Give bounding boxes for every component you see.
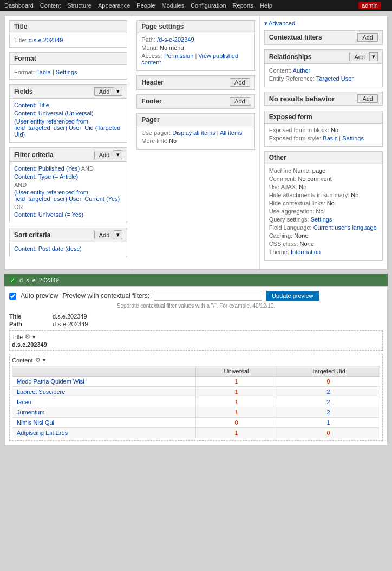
exposed-in-block-value: No <box>331 127 338 133</box>
caching-value: None <box>294 232 308 239</box>
title-arrow-icon[interactable]: ▾ <box>32 334 35 340</box>
title-section-name: Title <box>12 334 23 340</box>
nav-content[interactable]: Content <box>40 2 61 9</box>
row-name-link[interactable]: Adipiscing Elit Eros <box>17 430 68 436</box>
hide-attachments-value: No <box>351 192 358 198</box>
sort-add-dropdown[interactable]: Add ▾ <box>94 230 123 239</box>
pager-section: Pager Use pager: Display all items | All… <box>136 113 254 150</box>
nav-modules[interactable]: Modules <box>162 2 185 9</box>
query-settings-label: Query settings: <box>269 216 309 223</box>
other-label: Other <box>269 154 286 161</box>
auto-preview-checkbox[interactable] <box>9 293 16 300</box>
exposed-basic-link[interactable]: Basic <box>323 135 337 141</box>
row-targeted: 2 <box>277 387 380 397</box>
access-row: Access: Permission | View published cont… <box>141 53 250 66</box>
row-universal: 1 <box>195 387 277 397</box>
update-preview-button[interactable]: Update preview <box>266 291 318 301</box>
content-gear-icon[interactable]: ⚙ <box>35 356 41 364</box>
row-targeted: 1 <box>277 418 380 428</box>
nav-people[interactable]: People <box>136 2 155 9</box>
relationships-label: Relationships <box>269 53 312 61</box>
auto-preview-label: Auto preview <box>21 292 58 300</box>
preview-title-section: Title ⚙ ▾ d.s.e.202349 <box>9 330 383 351</box>
theme-row: Theme: Information <box>269 249 378 255</box>
filter-item-1-link[interactable]: Content: Type (= Article) <box>14 173 78 180</box>
filter-add-button[interactable]: Add <box>94 151 114 159</box>
relationships-add-dropdown[interactable]: Add ▾ <box>349 52 378 61</box>
relationships-add-arrow[interactable]: ▾ <box>369 52 378 61</box>
title-field-value[interactable]: d.s.e.202349 <box>29 37 63 43</box>
field-language-value[interactable]: Current user's language <box>313 224 377 231</box>
check-icon: ✓ <box>9 276 16 284</box>
contextual-filters-section: Contextual filters Add <box>264 30 383 45</box>
theme-value[interactable]: Information <box>291 249 321 255</box>
row-name-link[interactable]: Modo Patria Quidem Wisi <box>17 378 84 385</box>
nav-structure[interactable]: Structure <box>67 2 92 9</box>
fields-item-0-link[interactable]: Content: Title <box>14 102 49 108</box>
row-name-link[interactable]: Jumentum <box>17 409 44 416</box>
path-value[interactable]: /d-s-e-202349 <box>157 36 194 43</box>
nav-configuration[interactable]: Configuration <box>191 2 226 9</box>
exposed-form-header: Exposed form <box>265 111 382 124</box>
title-gear-icon[interactable]: ⚙ <box>25 333 30 340</box>
nav-reports[interactable]: Reports <box>233 2 254 9</box>
hide-contextual-row: Hide contextual links: No <box>269 200 378 206</box>
preview-divider: ✓ d_s_e_202349 <box>4 274 388 286</box>
row-name-link[interactable]: Iaceo <box>17 399 31 405</box>
contextual-filters-add-button[interactable]: Add <box>357 33 378 42</box>
filter-section: Filter criteria Add ▾ Content: Published… <box>9 147 127 223</box>
filter-add-dropdown[interactable]: Add ▾ <box>94 150 123 159</box>
filter-label: Filter criteria <box>14 151 54 159</box>
nav-appearance[interactable]: Appearance <box>98 2 130 9</box>
filter-content: Content: Published (Yes) AND Content: Ty… <box>10 162 127 223</box>
filter-item-0-link[interactable]: Content: Published (Yes) <box>14 165 80 172</box>
fields-add-button[interactable]: Add <box>94 87 114 96</box>
exposed-settings-link[interactable]: Settings <box>342 135 364 141</box>
fields-add-arrow[interactable]: ▾ <box>114 87 122 96</box>
nav-help[interactable]: Help <box>260 2 272 9</box>
fields-item-1-link[interactable]: Content: Universal (Universal) <box>14 110 94 116</box>
caching-row: Caching: None <box>269 232 378 239</box>
rel-entity-value[interactable]: Targeted User <box>316 75 354 82</box>
filter-add-arrow[interactable]: ▾ <box>114 150 122 159</box>
sort-add-button[interactable]: Add <box>94 231 114 239</box>
filter-and-0: AND <box>81 165 94 172</box>
format-settings-link[interactable]: Settings <box>56 69 77 75</box>
all-items-link[interactable]: All items <box>220 129 243 136</box>
use-aggregation-row: Use aggregation: No <box>269 208 378 215</box>
admin-badge: admin <box>358 2 381 9</box>
row-name: Laoreet Suscipere <box>12 387 196 397</box>
advanced-toggle[interactable]: Advanced <box>264 20 383 27</box>
no-results-add-button[interactable]: Add <box>357 94 378 103</box>
row-name-link[interactable]: Nimis Nisl Qui <box>17 419 54 426</box>
other-section: Other Machine Name: page Comment: No com… <box>264 151 383 261</box>
sort-item-0-link[interactable]: Content: Post date (desc) <box>14 245 82 252</box>
fields-section-header: Fields Add ▾ <box>10 85 127 99</box>
preview-path-label: Path <box>9 321 53 327</box>
fields-item-2-link[interactable]: (User entity referenced from field_targe… <box>14 118 120 138</box>
page-settings-label: Page settings <box>141 23 184 30</box>
rel-content-value[interactable]: Author <box>293 67 310 74</box>
contextual-filter-input[interactable] <box>154 291 262 301</box>
permission-link[interactable]: Permission <box>164 53 193 59</box>
col-header-universal: Universal <box>195 366 277 377</box>
use-ajax-row: Use AJAX: No <box>269 184 378 190</box>
display-all-link[interactable]: Display all items <box>172 129 215 136</box>
fields-item-0: Content: Title <box>14 102 122 108</box>
sort-add-arrow[interactable]: ▾ <box>114 230 122 239</box>
filter-item-3-link[interactable]: Content: Universal (= Yes) <box>14 211 83 218</box>
format-value[interactable]: Table <box>36 69 50 75</box>
other-header: Other <box>265 152 382 164</box>
nav-dashboard[interactable]: Dashboard <box>4 2 34 9</box>
header-add-button[interactable]: Add <box>230 78 250 87</box>
content-arrow-icon[interactable]: ▾ <box>43 357 45 363</box>
filter-item-2-link[interactable]: (User entity referenced from field_targe… <box>14 189 120 202</box>
relationships-add-button[interactable]: Add <box>349 53 369 61</box>
preview-path-row: Path d-s-e-202349 <box>9 321 383 327</box>
footer-add-button[interactable]: Add <box>230 97 250 106</box>
row-name-link[interactable]: Laoreet Suscipere <box>17 388 65 395</box>
preview-title-row: Title d.s.e.202349 <box>9 313 383 320</box>
query-settings-link[interactable]: Settings <box>311 216 332 223</box>
fields-add-dropdown[interactable]: Add ▾ <box>94 87 123 96</box>
filter-or-label: OR <box>14 204 122 210</box>
